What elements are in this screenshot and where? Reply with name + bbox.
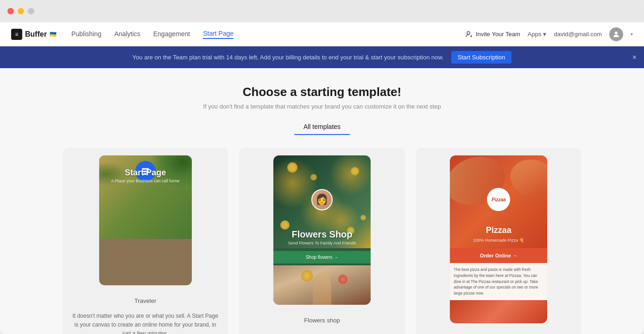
user-icon: [612, 30, 620, 39]
template2-flowers-bg: 👩 Flowers Shop Send Flowers To Family An…: [273, 155, 371, 248]
apps-label: Apps: [528, 31, 542, 38]
template3-label: Pizza: [416, 331, 581, 334]
nav-right: Invite Your Team Apps ▾ david@gmail.com …: [466, 27, 633, 41]
nav-engagement[interactable]: Engagement: [153, 30, 190, 39]
nav-links: Publishing Analytics Engagement Start Pa…: [71, 30, 466, 39]
logo[interactable]: ≡ Buffer 🇺🇦: [11, 29, 57, 40]
page-header: Choose a starting template! If you don't…: [203, 68, 441, 119]
nav-publishing[interactable]: Publishing: [71, 30, 101, 39]
start-subscription-button[interactable]: Start Subscription: [451, 51, 512, 64]
template2-label: Flowers shop: [239, 312, 404, 331]
template3-description: The best pizza and pasta is made with fr…: [450, 263, 547, 300]
template1-subtitle: A Place your Business can call home: [103, 179, 188, 183]
title-bar: [0, 0, 644, 22]
template3-title: Pizzaa: [450, 225, 547, 235]
template-card-flowers[interactable]: 👩 Flowers Shop Send Flowers To Family An…: [239, 148, 404, 334]
templates-grid: Start Page A Place your Business can cal…: [44, 148, 600, 334]
invite-team-button[interactable]: Invite Your Team: [466, 31, 520, 38]
template2-visual: 👩 Flowers Shop Send Flowers To Family An…: [273, 155, 371, 305]
close-button[interactable]: [7, 8, 14, 14]
template-preview-pizza: Pizzaa Pizzaa 100% Homemade Pizza 🍕 Orde…: [450, 155, 547, 323]
trial-banner: You are on the Team plan trial with 14 d…: [0, 46, 644, 68]
minimize-button[interactable]: [18, 8, 24, 14]
tab-all-templates[interactable]: All templates: [294, 119, 350, 135]
invite-team-label: Invite Your Team: [476, 31, 520, 38]
avatar[interactable]: [609, 27, 623, 41]
traffic-lights: [7, 8, 34, 14]
svg-point-0: [467, 32, 470, 34]
browser-content: ≡ Buffer 🇺🇦 Publishing Analytics Engagem…: [0, 22, 644, 334]
buffer-logo-icon: ≡: [11, 29, 22, 40]
template3-subtitle: 100% Homemade Pizza 🍕: [450, 238, 547, 243]
chevron-down-icon: ▾: [543, 31, 546, 38]
page-title: Choose a starting template!: [203, 85, 441, 99]
apps-button[interactable]: Apps ▾: [528, 31, 547, 38]
template3-order-button[interactable]: Order Online →: [450, 248, 547, 263]
main-content: Choose a starting template! If you don't…: [0, 68, 644, 334]
template-card-traveler[interactable]: Start Page A Place your Business can cal…: [63, 148, 228, 334]
template2-avatar: 👩: [311, 189, 333, 210]
nav-start-page[interactable]: Start Page: [203, 30, 234, 39]
template1-content: Start Page A Place your Business can cal…: [99, 164, 192, 187]
template2-bottom-image: [273, 265, 371, 305]
template2-title: Flowers Shop: [273, 229, 371, 240]
template2-shop-button[interactable]: Shop flowers →: [273, 251, 371, 263]
template-card-pizza[interactable]: Pizzaa Pizzaa 100% Homemade Pizza 🍕 Orde…: [416, 148, 581, 334]
page-subtitle: If you don't find a template that matche…: [203, 103, 441, 110]
template3-pizza-area: Pizzaa Pizzaa 100% Homemade Pizza 🍕: [450, 155, 547, 248]
template1-title: Start Page: [103, 168, 188, 178]
user-plus-icon: [466, 31, 473, 38]
template2-tagline: Send Flowers To Family And Friends: [273, 241, 371, 245]
template1-visual: Start Page A Place your Business can cal…: [99, 155, 192, 285]
template3-logo: Pizzaa: [487, 188, 510, 211]
template3-bottom-image: [450, 300, 547, 323]
banner-close-button[interactable]: ×: [632, 53, 637, 62]
banner-text: You are on the Team plan trial with 14 d…: [133, 54, 444, 61]
browser-window: ≡ Buffer 🇺🇦 Publishing Analytics Engagem…: [0, 0, 644, 334]
template-preview-flowers: 👩 Flowers Shop Send Flowers To Family An…: [273, 155, 371, 305]
ukraine-flag: 🇺🇦: [50, 31, 57, 38]
nav-analytics[interactable]: Analytics: [114, 30, 140, 39]
maximize-button[interactable]: [28, 8, 34, 14]
template1-label: Traveler: [63, 293, 228, 312]
template-tabs: All templates: [294, 119, 350, 135]
navigation: ≡ Buffer 🇺🇦 Publishing Analytics Engagem…: [0, 22, 644, 46]
template1-description: It doesn't matter who you are or what yo…: [63, 312, 228, 334]
avatar-chevron-icon: ▾: [631, 32, 633, 37]
user-email: david@gmail.com: [554, 31, 602, 38]
template3-visual: Pizzaa Pizzaa 100% Homemade Pizza 🍕 Orde…: [450, 155, 547, 323]
svg-point-1: [615, 32, 618, 34]
template-preview-traveler: Start Page A Place your Business can cal…: [99, 155, 192, 285]
logo-text: Buffer: [25, 30, 47, 39]
